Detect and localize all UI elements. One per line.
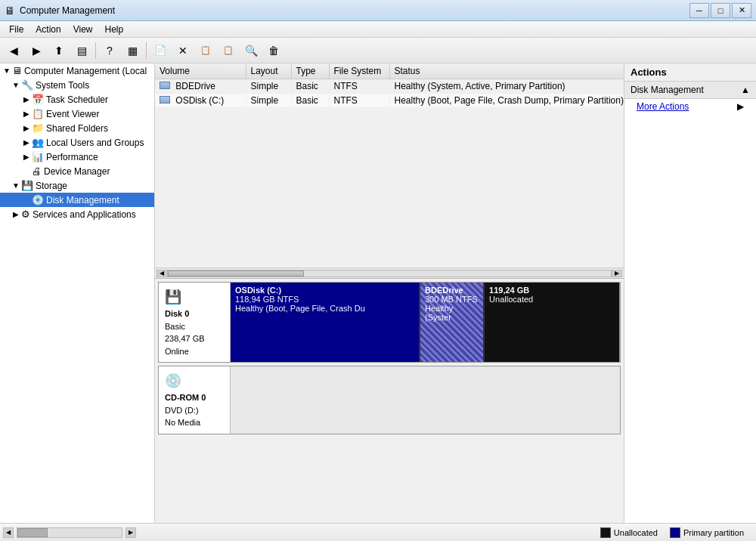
- actions-title: Actions: [624, 63, 756, 82]
- copy-button[interactable]: 📋: [195, 41, 216, 60]
- disk-0-icon: 💾: [165, 287, 224, 308]
- sidebar-item-event-viewer[interactable]: ▶ 📋 Event Viewer: [0, 107, 154, 121]
- cell-volume: BDEDrive: [155, 79, 246, 94]
- expand-icon-perf[interactable]: ▶: [21, 153, 32, 161]
- task-icon: 📅: [32, 94, 44, 105]
- partition-bde-status: Healthy (Syster: [425, 304, 479, 322]
- sidebar-item-performance[interactable]: ▶ 📊 Performance: [0, 150, 154, 164]
- cell-volume: OSDisk (C:): [155, 94, 246, 108]
- table-row[interactable]: OSDisk (C:) Simple Basic NTFS Healthy (B…: [155, 94, 624, 108]
- forward-button[interactable]: ▶: [26, 41, 47, 60]
- sidebar-item-system-tools[interactable]: ▼ 🔧 System Tools: [0, 78, 154, 92]
- menu-help[interactable]: Help: [99, 21, 130, 37]
- table-row[interactable]: BDEDrive Simple Basic NTFS Healthy (Syst…: [155, 79, 624, 94]
- back-button[interactable]: ◀: [3, 41, 24, 60]
- more-actions-link[interactable]: More Actions: [637, 101, 689, 112]
- col-fs: File System: [329, 63, 389, 79]
- partition-bdedrive[interactable]: BDEDrive 300 MB NTFS Healthy (Syster: [420, 283, 485, 362]
- disk-0-type: Basic: [165, 320, 224, 333]
- find-button[interactable]: 🔍: [240, 41, 262, 60]
- cell-layout: Simple: [246, 94, 291, 108]
- col-type: Type: [291, 63, 329, 79]
- expand-icon-services[interactable]: ▶: [11, 210, 21, 218]
- partition-bde-name: BDEDrive: [425, 286, 479, 295]
- col-layout: Layout: [246, 63, 291, 79]
- col-status: Status: [389, 63, 624, 79]
- title-bar: 🖥 Computer Management ─ □ ✕: [0, 0, 756, 21]
- expand-icon-event[interactable]: ▶: [21, 110, 32, 118]
- maximize-button[interactable]: □: [711, 3, 730, 18]
- menu-file[interactable]: File: [3, 21, 29, 37]
- status-scroll-thumb[interactable]: [17, 528, 48, 537]
- help-button[interactable]: ?: [99, 41, 120, 60]
- sidebar-item-services-apps[interactable]: ▶ ⚙ Services and Applications: [0, 207, 154, 221]
- scroll-thumb[interactable]: [168, 270, 304, 277]
- properties-button[interactable]: ▦: [122, 41, 143, 60]
- up-button[interactable]: ⬆: [48, 41, 70, 60]
- scroll-right[interactable]: ▶: [612, 270, 622, 277]
- expand-icon[interactable]: ▼: [2, 66, 12, 75]
- new-button[interactable]: 📄: [150, 41, 171, 60]
- export-button[interactable]: 🗑: [263, 41, 284, 60]
- sidebar-item-device-manager[interactable]: 🖨 Device Manager: [0, 164, 154, 178]
- users-icon: 👥: [32, 137, 44, 148]
- disk-row-0: 💾 Disk 0 Basic 238,47 GB Online OSDisk (…: [158, 282, 621, 363]
- legend-primary-label: Primary partition: [683, 528, 744, 537]
- cell-type: Basic: [291, 94, 329, 108]
- expand-icon-shared[interactable]: ▶: [21, 124, 32, 132]
- action-section-disk-management[interactable]: Disk Management ▲: [624, 82, 756, 99]
- table-scrollbar[interactable]: ◀ ▶: [155, 267, 624, 278]
- expand-icon-task[interactable]: ▶: [21, 95, 32, 104]
- sidebar-item-task-scheduler[interactable]: ▶ 📅 Task Scheduler: [0, 92, 154, 107]
- storage-label: Storage: [36, 181, 67, 191]
- show-hide-button[interactable]: ▤: [71, 41, 92, 60]
- collapse-icon: ▲: [741, 85, 750, 95]
- action-more-actions[interactable]: More Actions ▶: [624, 99, 756, 114]
- services-label: Services and Applications: [33, 209, 136, 220]
- close-button[interactable]: ✕: [732, 3, 751, 18]
- expand-icon-storage[interactable]: ▼: [11, 181, 21, 190]
- cell-status: Healthy (System, Active, Primary Partiti…: [389, 79, 624, 94]
- separator-1: [95, 42, 96, 59]
- status-scroll-right[interactable]: ▶: [125, 527, 136, 538]
- minimize-button[interactable]: ─: [689, 3, 709, 18]
- cdrom-icon: 💿: [165, 371, 224, 391]
- menu-view[interactable]: View: [67, 21, 99, 37]
- sidebar-item-local-users[interactable]: ▶ 👥 Local Users and Groups: [0, 135, 154, 150]
- scroll-track[interactable]: [167, 270, 612, 277]
- menu-bar: File Action View Help: [0, 21, 756, 38]
- expand-icon-system[interactable]: ▼: [11, 81, 21, 89]
- partition-osdisk-name: OSDisk (C:): [235, 286, 414, 295]
- services-icon: ⚙: [21, 209, 30, 220]
- menu-action[interactable]: Action: [29, 21, 67, 37]
- volume-icon: [160, 96, 170, 104]
- legend-unallocated-box: [600, 527, 611, 538]
- disk-table-wrapper[interactable]: Volume Layout Type File System Status Ca…: [155, 63, 624, 267]
- volume-name: OSDisk (C:): [175, 95, 224, 106]
- cell-status: Healthy (Boot, Page File, Crash Dump, Pr…: [389, 94, 624, 108]
- expand-icon-users[interactable]: ▶: [21, 138, 32, 147]
- scroll-left[interactable]: ◀: [156, 270, 167, 277]
- partition-unallocated[interactable]: 119,24 GB Unallocated: [485, 283, 620, 362]
- partition-unalloc-size: 119,24 GB: [489, 286, 615, 295]
- title-bar-buttons: ─ □ ✕: [689, 3, 751, 18]
- partition-osdisk-status: Healthy (Boot, Page File, Crash Du: [235, 304, 414, 313]
- disk-label: Disk Management: [46, 195, 119, 206]
- sidebar-item-storage[interactable]: ▼ 💾 Storage: [0, 178, 154, 193]
- sidebar-item-disk-management[interactable]: 💿 Disk Management: [0, 193, 154, 207]
- partition-osdisk[interactable]: OSDisk (C:) 118,94 GB NTFS Healthy (Boot…: [231, 283, 420, 362]
- sidebar-item-shared-folders[interactable]: ▶ 📁 Shared Folders: [0, 121, 154, 135]
- legend-unallocated: Unallocated: [600, 527, 658, 538]
- perf-label: Performance: [46, 152, 98, 162]
- delete-button[interactable]: ✕: [172, 41, 194, 60]
- more-actions-arrow: ▶: [737, 101, 744, 112]
- shared-label: Shared Folders: [46, 123, 108, 134]
- shared-icon: 📁: [32, 122, 44, 134]
- sidebar-item-computer-management[interactable]: ▼ 🖥 Computer Management (Local: [0, 63, 154, 78]
- legend-unallocated-label: Unallocated: [614, 528, 658, 537]
- status-scroll-left[interactable]: ◀: [3, 527, 14, 538]
- cdrom-type: DVD (D:): [165, 404, 224, 417]
- status-scroll-track[interactable]: [17, 527, 122, 538]
- paste-button[interactable]: 📋: [218, 41, 239, 60]
- device-label: Device Manager: [44, 166, 110, 177]
